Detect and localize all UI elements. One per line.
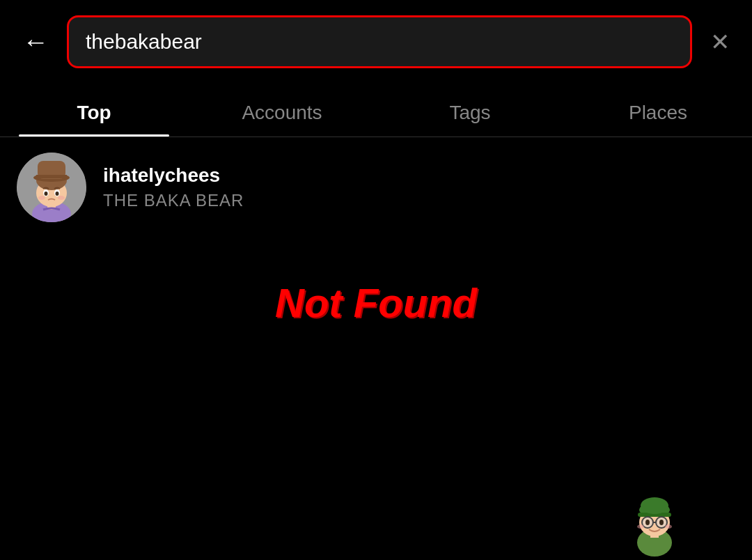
svg-point-10	[45, 192, 48, 196]
back-button[interactable]: ←	[17, 29, 54, 55]
svg-point-25	[637, 524, 644, 529]
svg-point-12	[38, 196, 45, 200]
svg-point-24	[659, 520, 664, 525]
tab-top[interactable]: Top	[0, 86, 188, 137]
account-display-name: THE BAKA BEAR	[103, 191, 244, 210]
svg-point-23	[645, 520, 650, 525]
search-bar-wrapper	[67, 15, 692, 68]
not-found-text: Not Found	[0, 279, 752, 326]
tabs-bar: Top Accounts Tags Places	[0, 86, 752, 137]
svg-point-11	[56, 192, 59, 196]
svg-point-13	[58, 196, 65, 200]
search-input[interactable]	[67, 15, 692, 68]
header: ← ✕	[0, 0, 752, 84]
account-username: ihatelychees	[103, 164, 244, 187]
svg-point-19	[641, 497, 668, 514]
clear-button[interactable]: ✕	[705, 28, 735, 56]
result-item[interactable]: ihatelychees THE BAKA BEAR	[0, 137, 752, 238]
bottom-character	[613, 476, 696, 560]
tab-accounts[interactable]: Accounts	[188, 86, 376, 137]
tab-places[interactable]: Places	[564, 86, 752, 137]
svg-point-26	[665, 524, 672, 529]
account-info: ihatelychees THE BAKA BEAR	[103, 164, 244, 210]
tab-tags[interactable]: Tags	[376, 86, 564, 137]
svg-rect-7	[36, 175, 67, 178]
avatar	[17, 153, 86, 222]
